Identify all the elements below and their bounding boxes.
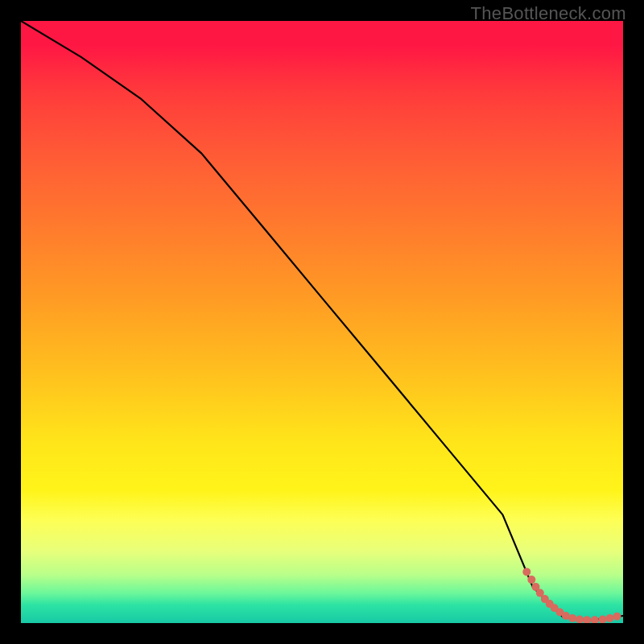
data-point [583, 616, 591, 623]
data-point [613, 613, 621, 621]
chart-area [21, 21, 623, 623]
data-point [568, 614, 576, 622]
data-point [591, 616, 599, 623]
data-point [527, 576, 535, 584]
data-point [522, 568, 530, 576]
data-point [606, 614, 614, 622]
scatter-group [522, 568, 621, 623]
chart-svg [21, 21, 623, 623]
watermark-text: TheBottleneck.com [471, 3, 626, 24]
bottleneck-curve [21, 21, 623, 620]
data-point [576, 616, 584, 624]
data-point [599, 616, 607, 624]
